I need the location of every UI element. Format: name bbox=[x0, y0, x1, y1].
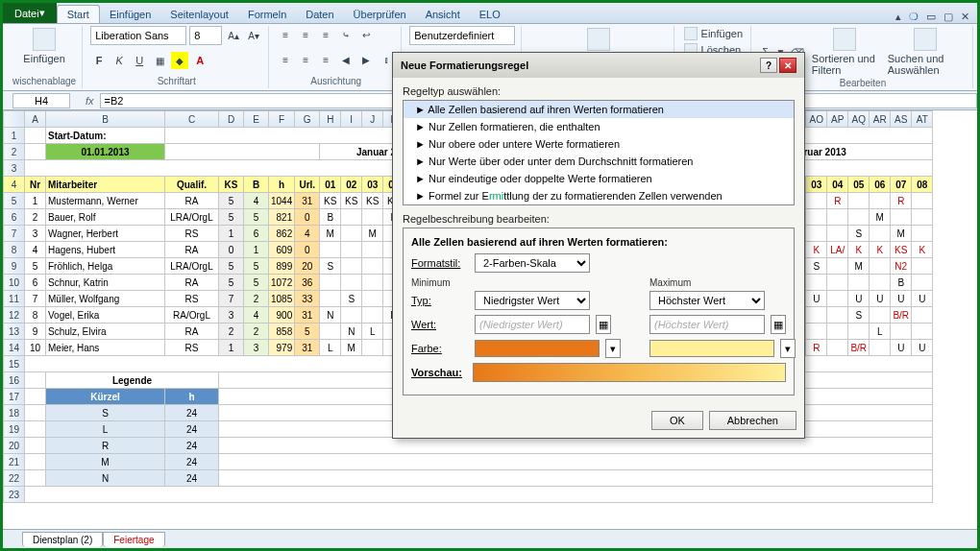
dialog-close-icon[interactable]: ✕ bbox=[779, 58, 796, 73]
min-header: Minimum bbox=[411, 277, 621, 288]
bold-button[interactable]: F bbox=[90, 52, 108, 69]
paste-button[interactable]: Einfügen bbox=[12, 26, 76, 66]
rule-option-values[interactable]: ► Alle Zellen basierend auf ihren Werten… bbox=[404, 101, 794, 118]
font-label: Schriftart bbox=[90, 76, 262, 88]
rule-option-unique[interactable]: ► Nur eindeutige oder doppelte Werte for… bbox=[404, 170, 794, 187]
insert-icon bbox=[684, 27, 698, 40]
rule-desc-box: Alle Zellen basierend auf ihren Werten f… bbox=[403, 228, 795, 395]
min-color-picker-icon[interactable]: ▾ bbox=[605, 339, 621, 358]
sheet-tab-dienstplan[interactable]: Dienstplan (2) bbox=[22, 532, 103, 547]
sheet-tabs: Dienstplan (2) Feiertage bbox=[3, 529, 977, 548]
align-center-icon[interactable]: ≡ bbox=[297, 51, 314, 68]
tab-formulas[interactable]: Formeln bbox=[238, 6, 296, 23]
farbe-label: Farbe: bbox=[411, 343, 469, 354]
file-menu[interactable]: Datei ▾ bbox=[3, 3, 57, 23]
legend-row: 20R24 bbox=[4, 438, 933, 454]
dialog-titlebar[interactable]: Neue Formatierungsregel ? ✕ bbox=[393, 53, 804, 78]
tab-insert[interactable]: Einfügen bbox=[100, 6, 160, 23]
help-icon[interactable]: ❍ bbox=[909, 11, 919, 23]
cond-format-icon bbox=[587, 28, 610, 51]
indent-inc-icon[interactable]: ▶ bbox=[357, 51, 375, 68]
insert-cells-button[interactable]: Einfügen bbox=[682, 26, 745, 41]
cancel-button[interactable]: Abbrechen bbox=[709, 411, 796, 430]
rule-option-average[interactable]: ► Nur Werte über oder unter dem Durchsch… bbox=[404, 153, 794, 170]
sheet-tab-feiertage[interactable]: Feiertage bbox=[103, 532, 164, 547]
window-controls: ▴ ❍ ▭ ▢ ✕ bbox=[895, 11, 977, 23]
align-mid-icon[interactable]: ≡ bbox=[297, 26, 314, 43]
tab-data[interactable]: Daten bbox=[296, 6, 343, 23]
align-top-icon[interactable]: ≡ bbox=[277, 26, 294, 43]
tab-review[interactable]: Überprüfen bbox=[344, 6, 416, 23]
win-close-icon[interactable]: ✕ bbox=[961, 11, 969, 23]
legend-row: 21M24 bbox=[4, 454, 933, 470]
minimize-icon[interactable]: ▴ bbox=[895, 11, 901, 23]
border-button[interactable]: ▦ bbox=[151, 52, 168, 69]
formatting-rule-dialog: Neue Formatierungsregel ? ✕ Regeltyp aus… bbox=[392, 52, 805, 439]
indent-dec-icon[interactable]: ◀ bbox=[337, 51, 355, 68]
fill-color-button[interactable]: ◆ bbox=[171, 52, 188, 69]
number-format-select[interactable] bbox=[409, 26, 515, 45]
italic-button[interactable]: K bbox=[110, 52, 128, 69]
min-type-select[interactable]: Niedrigster Wert bbox=[475, 291, 590, 310]
font-color-button[interactable]: A bbox=[191, 52, 208, 69]
typ-label: Typ: bbox=[411, 295, 469, 306]
max-value-input[interactable] bbox=[649, 315, 765, 334]
find-select-button[interactable]: Suchen und Auswählen bbox=[884, 26, 967, 78]
grow-font-icon[interactable]: A▴ bbox=[225, 27, 242, 44]
align-bot-icon[interactable]: ≡ bbox=[317, 26, 334, 43]
shrink-font-icon[interactable]: A▾ bbox=[245, 27, 262, 44]
min-refpicker-icon[interactable]: ▦ bbox=[596, 315, 611, 334]
dialog-help-icon[interactable]: ? bbox=[760, 58, 777, 73]
clipboard-label: wischenablage bbox=[12, 76, 76, 88]
ok-button[interactable]: OK bbox=[651, 411, 703, 430]
max-type-select[interactable]: Höchster Wert bbox=[649, 291, 765, 310]
wert-label: Wert: bbox=[411, 319, 469, 330]
cond-format-button[interactable] bbox=[529, 26, 667, 53]
align-left-icon[interactable]: ≡ bbox=[277, 51, 294, 68]
rule-type-label: Regeltyp auswählen: bbox=[403, 85, 795, 97]
min-color-swatch[interactable] bbox=[475, 340, 600, 357]
name-box[interactable]: H4 bbox=[12, 93, 70, 108]
legend-row: 22N24 bbox=[4, 470, 933, 487]
max-color-swatch[interactable] bbox=[649, 340, 774, 357]
max-color-picker-icon[interactable]: ▾ bbox=[780, 339, 796, 358]
rule-option-formula[interactable]: ► Formel zur Ermittlung der zu formatier… bbox=[404, 187, 794, 204]
tab-view[interactable]: Ansicht bbox=[416, 6, 470, 23]
ribbon-tabs: Datei ▾ Start Einfügen Seitenlayout Form… bbox=[3, 3, 977, 24]
max-header: Maximum bbox=[649, 277, 796, 288]
win-max-icon[interactable]: ▢ bbox=[943, 11, 953, 23]
rule-type-list[interactable]: ► Alle Zellen basierend auf ihren Werten… bbox=[403, 100, 795, 205]
tab-elo[interactable]: ELO bbox=[470, 6, 510, 23]
sort-filter-button[interactable]: Sortieren und Filtern bbox=[808, 26, 881, 78]
preview-label: Vorschau: bbox=[411, 367, 467, 378]
formatstil-label: Formatstil: bbox=[411, 257, 469, 269]
sort-icon bbox=[833, 28, 856, 51]
dialog-title: Neue Formatierungsregel bbox=[401, 60, 528, 71]
win-min-icon[interactable]: ▭ bbox=[926, 11, 936, 23]
tab-layout[interactable]: Seitenlayout bbox=[160, 6, 238, 23]
min-value-input[interactable] bbox=[475, 315, 590, 334]
font-size-input[interactable] bbox=[189, 26, 222, 45]
orientation-icon[interactable]: ⤷ bbox=[337, 26, 355, 43]
rule-option-topbottom[interactable]: ► Nur obere oder untere Werte formatiere… bbox=[404, 135, 794, 153]
font-name-input[interactable] bbox=[90, 26, 186, 45]
align-right-icon[interactable]: ≡ bbox=[317, 51, 334, 68]
binoculars-icon bbox=[914, 28, 937, 51]
rule-desc-label: Regelbeschreibung bearbeiten: bbox=[403, 213, 795, 225]
ribbon-font: A▴ A▾ F K U ▦ ◆ A Schriftart bbox=[85, 26, 269, 88]
paste-icon bbox=[33, 28, 56, 51]
tab-start[interactable]: Start bbox=[57, 5, 100, 23]
preview-gradient bbox=[473, 363, 786, 382]
ribbon-clipboard: Einfügen wischenablage bbox=[7, 26, 83, 88]
ribbon-alignment: ≡ ≡ ≡ ⤷ ↩ ≡ ≡ ≡ ◀ ▶ ⫾ Ausrichtung bbox=[271, 26, 402, 88]
desc-header: Alle Zellen basierend auf ihren Werten f… bbox=[411, 236, 786, 248]
formatstil-select[interactable]: 2-Farben-Skala bbox=[475, 253, 590, 273]
rule-option-contain[interactable]: ► Nur Zellen formatieren, die enthalten bbox=[404, 118, 794, 135]
align-label: Ausrichtung bbox=[277, 76, 395, 88]
max-refpicker-icon[interactable]: ▦ bbox=[771, 315, 786, 334]
underline-button[interactable]: U bbox=[131, 52, 148, 69]
wrap-text-icon[interactable]: ↩ bbox=[357, 26, 375, 43]
fx-label: fx bbox=[80, 95, 100, 107]
